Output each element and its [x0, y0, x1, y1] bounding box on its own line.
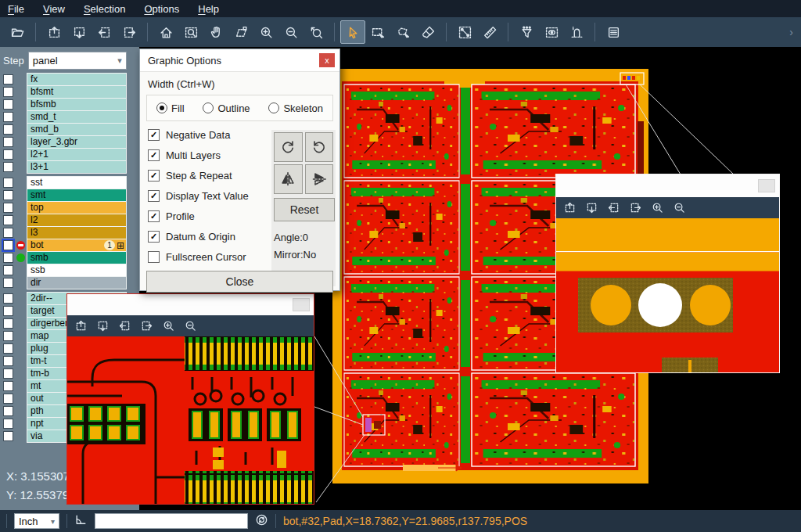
- layer-checkbox[interactable]: [3, 394, 13, 404]
- step-select[interactable]: panel ▾: [28, 52, 127, 70]
- magnifier-title-bar[interactable]: [556, 174, 779, 197]
- select-rect-button[interactable]: [365, 20, 390, 44]
- zoom-in-button[interactable]: [652, 202, 663, 214]
- pan-hand-button[interactable]: [203, 20, 228, 44]
- checkbox-fullscreen-cursor[interactable]: Fullscreen Cursor: [148, 251, 275, 263]
- zoom-window-button[interactable]: [178, 20, 203, 44]
- angle-tool-icon[interactable]: [74, 513, 88, 530]
- pan-up-button[interactable]: [41, 20, 66, 44]
- layer-checkbox[interactable]: [3, 112, 13, 122]
- layer-checkbox[interactable]: [3, 318, 13, 329]
- layer-name[interactable]: l3: [27, 226, 127, 239]
- mirror-vertical-button[interactable]: [305, 164, 334, 194]
- layer-checkbox[interactable]: [3, 253, 13, 263]
- snap-button[interactable]: [564, 20, 589, 44]
- layer-name[interactable]: sst: [27, 176, 127, 189]
- layer-name[interactable]: bot1⊞: [27, 239, 127, 252]
- zoom-selection-button[interactable]: [228, 20, 253, 44]
- layer-checkbox[interactable]: [3, 431, 13, 441]
- menu-help[interactable]: Help: [198, 3, 219, 15]
- pan-right-button[interactable]: [117, 20, 142, 44]
- home-button[interactable]: [153, 20, 178, 44]
- zoom-in-button[interactable]: [163, 320, 174, 332]
- open-folder-button[interactable]: [5, 20, 30, 44]
- checkbox-display-text-value[interactable]: ✓Display Text Value: [148, 190, 275, 202]
- pan-left-button[interactable]: [608, 202, 620, 214]
- layer-checkbox[interactable]: [3, 240, 13, 250]
- layer-list-button[interactable]: [601, 20, 626, 44]
- checkbox-multi-layers[interactable]: ✓Multi Layers: [148, 149, 275, 161]
- green-indicator-icon[interactable]: [16, 253, 25, 262]
- layer-checkbox[interactable]: [3, 278, 13, 288]
- radio-fill[interactable]: Fill: [156, 102, 185, 114]
- magnifier-window-bottom-left[interactable]: [66, 293, 314, 505]
- red-indicator-icon[interactable]: [16, 241, 25, 250]
- pan-up-button[interactable]: [564, 202, 576, 214]
- layer-checkbox[interactable]: [3, 178, 13, 188]
- view-options-button[interactable]: [539, 20, 564, 44]
- select-polygon-button[interactable]: [390, 20, 415, 44]
- layer-name[interactable]: dir: [27, 276, 127, 289]
- pan-right-button[interactable]: [630, 202, 641, 214]
- clear-brush-button[interactable]: [415, 20, 440, 44]
- reset-button[interactable]: Reset: [274, 198, 335, 221]
- menu-view[interactable]: View: [43, 3, 65, 15]
- pan-down-button[interactable]: [66, 20, 92, 44]
- zoom-in-button[interactable]: [253, 20, 278, 44]
- pan-down-button[interactable]: [586, 202, 598, 214]
- layer-checkbox[interactable]: [3, 419, 13, 429]
- layer-checkbox[interactable]: [3, 87, 13, 97]
- layer-name[interactable]: l2: [27, 214, 127, 227]
- magnifier-view[interactable]: [67, 336, 314, 504]
- layer-checkbox[interactable]: [3, 406, 13, 416]
- layer-checkbox[interactable]: [3, 215, 13, 225]
- layer-name[interactable]: smd_b: [27, 123, 127, 136]
- rotate-cw-button[interactable]: [274, 132, 303, 162]
- layer-name[interactable]: smd_t: [27, 110, 127, 124]
- magnifier-title-bar[interactable]: [67, 294, 314, 315]
- magnifier-close-button[interactable]: [293, 298, 310, 311]
- layer-checkbox[interactable]: [3, 306, 13, 316]
- rotate-ccw-button[interactable]: [305, 132, 334, 162]
- layer-checkbox[interactable]: [3, 228, 13, 238]
- layer-checkbox[interactable]: [3, 137, 13, 147]
- pan-left-button[interactable]: [92, 20, 117, 44]
- layer-checkbox[interactable]: [3, 190, 13, 200]
- layer-name[interactable]: ssb: [27, 264, 127, 277]
- checkbox-step-repeat[interactable]: ✓Step & Repeat: [148, 170, 275, 182]
- layer-checkbox[interactable]: [3, 356, 13, 366]
- layer-checkbox[interactable]: [3, 99, 13, 110]
- layer-checkbox[interactable]: [3, 124, 13, 135]
- checkbox-profile[interactable]: ✓Profile: [148, 210, 275, 222]
- layer-name[interactable]: l3+1: [27, 160, 127, 174]
- grid-icon[interactable]: ⊞: [117, 241, 124, 250]
- layer-name[interactable]: bfsmt: [27, 85, 127, 99]
- zoom-out-button[interactable]: [278, 20, 304, 44]
- pan-right-button[interactable]: [141, 320, 153, 332]
- pan-down-button[interactable]: [97, 320, 109, 332]
- radio-outline[interactable]: Outline: [203, 102, 250, 114]
- toolbar-overflow-icon[interactable]: ›: [789, 26, 796, 38]
- zoom-previous-button[interactable]: [304, 20, 329, 44]
- close-button[interactable]: Close: [146, 271, 333, 293]
- checkbox-datum-origin[interactable]: ✓Datum & Origin: [148, 231, 275, 243]
- pan-up-button[interactable]: [75, 320, 87, 332]
- dialog-title-bar[interactable]: Graphic Options x: [140, 49, 339, 72]
- layer-checkbox[interactable]: [3, 381, 13, 391]
- radio-skeleton[interactable]: Skeleton: [268, 102, 323, 114]
- layer-checkbox[interactable]: [3, 293, 13, 304]
- checkbox-negative-data[interactable]: ✓Negative Data: [148, 129, 275, 141]
- select-cursor-button[interactable]: [340, 20, 365, 44]
- layer-name[interactable]: fx: [27, 73, 127, 86]
- measure-distance-button[interactable]: [452, 20, 477, 44]
- layer-checkbox[interactable]: [3, 74, 13, 84]
- layer-name[interactable]: l2+1: [27, 148, 127, 161]
- layer-name[interactable]: top: [27, 201, 127, 214]
- unit-select[interactable]: Inch ▾: [14, 513, 59, 529]
- magnifier-view[interactable]: [556, 218, 779, 372]
- menu-file[interactable]: File: [8, 3, 24, 15]
- layer-checkbox[interactable]: [3, 162, 13, 172]
- layer-checkbox[interactable]: [3, 149, 13, 160]
- layer-checkbox[interactable]: [3, 343, 13, 354]
- zoom-out-button[interactable]: [185, 320, 196, 332]
